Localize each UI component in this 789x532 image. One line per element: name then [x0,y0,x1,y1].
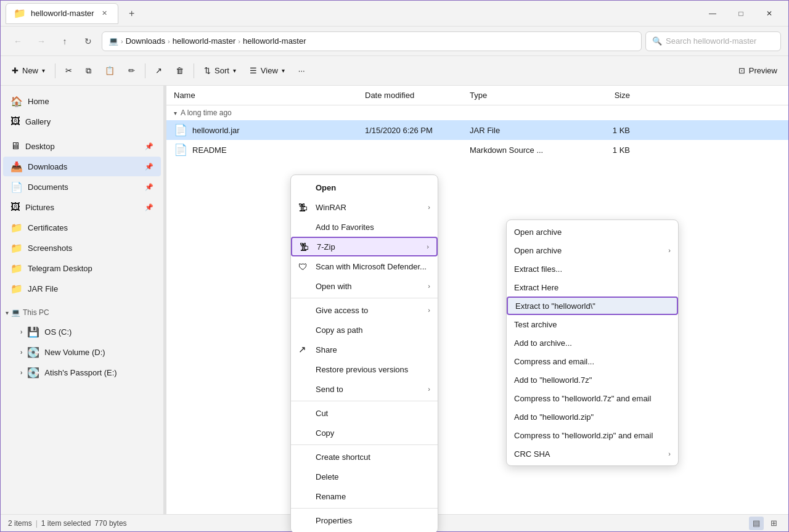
search-icon: 🔍 [652,36,662,46]
new-button[interactable]: ✚ New ▾ [6,60,51,81]
sub-add-7z[interactable]: Add to "helloworld.7z" [507,370,678,389]
context-menu: Open 🗜 WinRAR › Add to Favorites 🗜 7-Zip… [290,174,438,532]
col-size-header[interactable]: Size [568,91,630,100]
sidebar-item-documents[interactable]: 📄 Documents 📌 [3,177,161,197]
screenshots-icon: 📁 [10,242,23,254]
breadcrumb-helloworld2[interactable]: helloworld-master [243,36,306,46]
list-view-button[interactable]: ▤ [749,517,764,530]
sidebar-item-telegram[interactable]: 📁 Telegram Desktop [3,258,161,278]
sidebar-item-gallery[interactable]: 🖼 Gallery [3,112,161,131]
back-button[interactable]: ← [8,31,28,51]
ctx-cut[interactable]: Cut [291,403,438,423]
minimize-button[interactable]: — [698,4,727,23]
ctx-copy[interactable]: Copy [291,423,438,443]
sub-open-archive-2[interactable]: Open archive › [507,241,678,260]
ctx-restore-label: Restore previous versions [316,365,408,374]
sub-compress-zip-email[interactable]: Compress to "helloworld.zip" and email [507,426,678,444]
preview-icon: ⊡ [738,66,745,75]
ctx-delete[interactable]: Delete [291,467,438,486]
ctx-share[interactable]: ↗ Share [291,340,438,359]
more-button[interactable]: ··· [292,60,311,81]
toolbar-separator-2 [145,63,145,78]
maximize-button[interactable]: □ [727,4,755,23]
view-button[interactable]: ☰ View ▾ [243,60,291,81]
ctx-scan[interactable]: 🛡 Scan with Microsoft Defender... [291,256,438,276]
sidebar-label-home: Home [28,97,49,106]
ctx-7zip[interactable]: 🗜 7-Zip › [291,237,438,256]
window-tab[interactable]: 📁 helloworld-master ✕ [6,3,118,24]
this-pc-header[interactable]: ▾ 💻 This PC [1,304,163,321]
share-toolbar-button[interactable]: ↗ [149,60,168,81]
ctx-copy-path[interactable]: Copy as path [291,320,438,340]
ctx-send-to[interactable]: Send to › [291,379,438,399]
sub-extract-here[interactable]: Extract Here [507,278,678,297]
breadcrumb[interactable]: 💻 › Downloads › helloworld-master › hell… [102,31,642,51]
sub-compress-7z-email[interactable]: Compress to "helloworld.7z" and email [507,389,678,407]
new-tab-button[interactable]: + [123,5,141,22]
sub-test-archive-label: Test archive [514,320,557,329]
forward-button[interactable]: → [31,31,51,51]
ctx-access-label: Give access to [316,306,368,315]
grid-view-button[interactable]: ⊞ [766,517,781,530]
ctx-rename[interactable]: Rename [291,486,438,506]
tab-close-button[interactable]: ✕ [99,8,110,19]
file-row-readme[interactable]: 📄 README Markdown Source ... 1 KB [166,140,788,160]
ctx-share-icon: ↗ [298,344,309,355]
sub-open-archive-1[interactable]: Open archive [507,223,678,241]
ctx-winrar[interactable]: 🗜 WinRAR › [291,197,438,217]
sidebar-item-e[interactable]: › 💽 Atish's Passport (E:) [3,362,161,382]
sidebar-item-certificates[interactable]: 📁 Certificates [3,218,161,237]
sidebar-item-desktop[interactable]: 🖥 Desktop 📌 [3,136,161,156]
delete-toolbar-button[interactable]: 🗑 [170,60,190,81]
sub-extract-to[interactable]: Extract to "helloworld\" [507,297,678,315]
ctx-open[interactable]: Open [291,178,438,197]
ctx-open-with[interactable]: Open with › [291,276,438,296]
up-button[interactable]: ↑ [55,31,75,51]
file-row-helloworld[interactable]: 📄 helloworld.jar 1/15/2020 6:26 PM JAR F… [166,120,788,140]
file-icon-helloworld: 📄 [174,123,187,137]
sidebar-item-c[interactable]: › 💾 OS (C:) [3,322,161,342]
sub-crc-sha[interactable]: CRC SHA › [507,444,678,463]
search-box[interactable]: 🔍 Search helloworld-master [645,31,781,51]
sidebar-item-pictures[interactable]: 🖼 Pictures 📌 [3,197,161,217]
sidebar-item-downloads[interactable]: 📥 Downloads 📌 [3,157,161,176]
sub-compress-email[interactable]: Compress and email... [507,352,678,370]
sort-icon: ⇅ [204,66,211,75]
copy-toolbar-button[interactable]: ⧉ [80,60,97,81]
file-type-readme: Markdown Source ... [470,145,568,155]
sidebar-item-screenshots[interactable]: 📁 Screenshots [3,238,161,258]
title-bar: 📁 helloworld-master ✕ + — □ ✕ [1,1,788,27]
this-pc-icon: 💻 [11,308,20,317]
cut-toolbar-button[interactable]: ✂ [59,60,78,81]
sidebar-item-d[interactable]: › 💽 New Volume (D:) [3,342,161,362]
sub-extract-files[interactable]: Extract files... [507,260,678,278]
ctx-properties[interactable]: Properties [291,510,438,530]
search-placeholder: Search helloworld-master [666,36,756,46]
view-icon: ☰ [250,66,257,75]
preview-button[interactable]: ⊡ Preview [732,60,783,81]
col-type-header[interactable]: Type [470,91,568,100]
ctx-create-shortcut[interactable]: Create shortcut [291,447,438,467]
sub-add-to-archive[interactable]: Add to archive... [507,334,678,352]
refresh-button[interactable]: ↻ [78,31,98,51]
ctx-winrar-label: WinRAR [316,203,346,212]
breadcrumb-downloads[interactable]: Downloads [126,36,165,46]
close-button[interactable]: ✕ [755,4,783,23]
sub-add-zip[interactable]: Add to "helloworld.zip" [507,407,678,426]
sort-button[interactable]: ⇅ Sort ▾ [198,60,242,81]
paste-toolbar-button[interactable]: 📋 [99,60,121,81]
breadcrumb-helloworld1[interactable]: helloworld-master [173,36,236,46]
sidebar-item-home[interactable]: 🏠 Home [3,91,161,111]
this-pc-label: This PC [23,308,49,317]
rename-toolbar-button[interactable]: ✏ [122,60,141,81]
col-name-header[interactable]: Name [174,91,365,100]
ctx-add-favorites[interactable]: Add to Favorites [291,217,438,237]
col-date-header[interactable]: Date modified [365,91,470,100]
group-collapse-icon[interactable]: ▾ [174,110,177,117]
rename-icon: ✏ [128,66,135,75]
ctx-restore[interactable]: Restore previous versions [291,359,438,379]
sidebar-item-jarfile[interactable]: 📁 JAR File [3,279,161,298]
sub-test-archive[interactable]: Test archive [507,315,678,334]
ctx-give-access[interactable]: Give access to › [291,300,438,320]
toolbar-separator-1 [55,63,55,78]
